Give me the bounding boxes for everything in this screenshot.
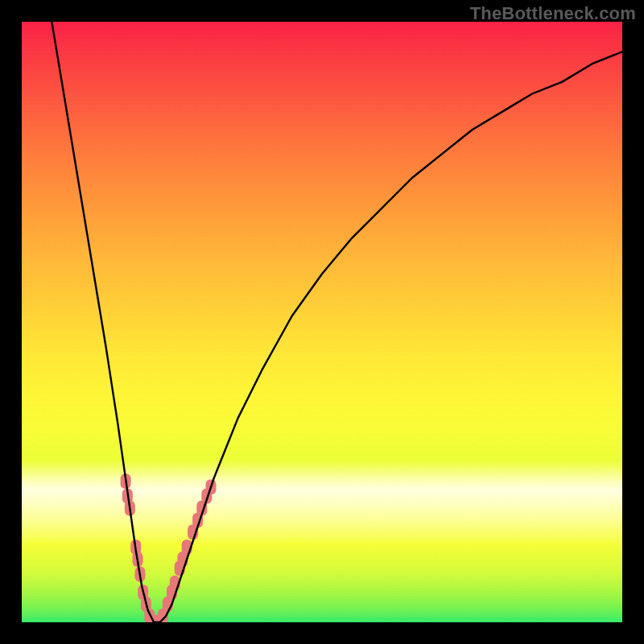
chart-svg [22,22,622,622]
watermark-text: TheBottleneck.com [470,3,636,24]
chart-frame: TheBottleneck.com [0,0,644,644]
bottleneck-curve [52,22,622,622]
plot-area [22,22,622,622]
